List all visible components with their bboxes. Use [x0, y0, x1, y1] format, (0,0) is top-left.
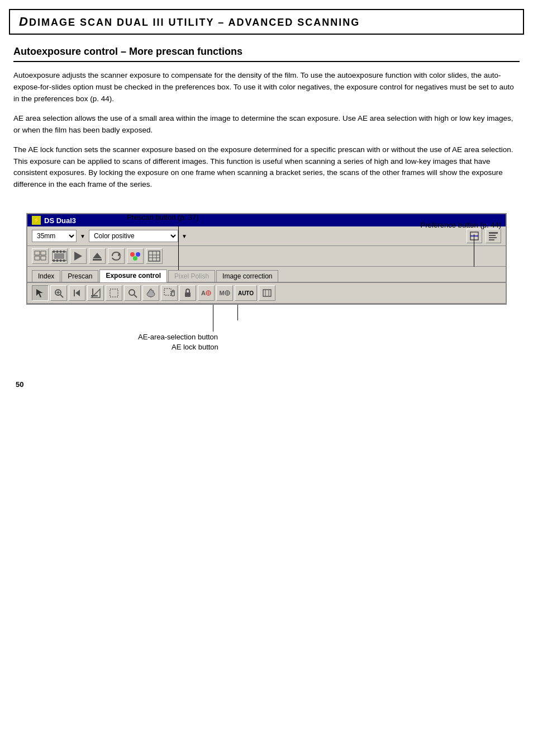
- tab-exposure-control[interactable]: Exposure control: [99, 270, 167, 282]
- ae-lock-line: [237, 305, 238, 320]
- preference-icon-button[interactable]: [486, 229, 501, 243]
- rotate-icon: [110, 251, 122, 262]
- lock-icon: [183, 288, 193, 298]
- page-title: DDIMAGE SCAN DUAL III UTILITY – ADVANCED…: [19, 15, 360, 29]
- svg-rect-15: [53, 259, 55, 262]
- crop-icon: [91, 288, 101, 298]
- annotation-preference: Preference button (p. 44): [420, 221, 501, 229]
- arrow-tool[interactable]: [32, 285, 49, 301]
- auto-button[interactable]: AUTO: [235, 285, 257, 301]
- svg-rect-17: [60, 259, 61, 262]
- svg-rect-27: [149, 251, 160, 261]
- svg-rect-46: [172, 292, 174, 296]
- prescan-annotation-line: [178, 225, 179, 270]
- svg-rect-13: [60, 251, 61, 253]
- manual-m-icon: [225, 290, 230, 296]
- color-mode-arrow: ▼: [182, 233, 187, 239]
- index-icon: [34, 251, 46, 262]
- section-title: Autoexposure control – More prescan func…: [13, 46, 520, 62]
- prescan-icon: [72, 251, 84, 262]
- main-content: Autoexposure control – More prescan func…: [0, 35, 533, 377]
- first-frame-button[interactable]: [69, 285, 85, 301]
- film-type-arrow: ▼: [80, 233, 85, 239]
- pan-tool[interactable]: [142, 285, 159, 301]
- tab-index[interactable]: Index: [32, 270, 60, 282]
- ae-lock-label: AE lock button: [172, 343, 218, 351]
- filmstrip-icon: [52, 251, 66, 262]
- color-dots-icon: [129, 251, 141, 262]
- page-number: 50: [16, 380, 23, 389]
- zoom-in-icon: [54, 288, 64, 298]
- crop-tool[interactable]: [87, 285, 104, 301]
- scanner-toolbar-row1: 35mm ▼ Color positive ▼: [27, 226, 506, 246]
- ae-area-label: AE-area-selection button: [138, 333, 218, 341]
- grid-button[interactable]: [146, 248, 163, 264]
- arrow-icon: [35, 288, 45, 298]
- svg-rect-11: [53, 251, 55, 253]
- svg-rect-5: [489, 239, 494, 240]
- paragraph-3: The AE lock function sets the scanner ex…: [13, 144, 520, 191]
- svg-rect-19: [54, 253, 64, 259]
- svg-point-24: [130, 252, 135, 257]
- ae-lock-button[interactable]: [179, 285, 196, 301]
- scanner-title: DS Dual3: [44, 216, 76, 225]
- filmstrip-button[interactable]: [51, 248, 68, 264]
- scanner-toolbar-row2: [27, 246, 506, 267]
- svg-point-43: [129, 290, 135, 295]
- svg-rect-22: [93, 259, 102, 261]
- grid-icon: [148, 251, 160, 262]
- svg-rect-45: [164, 289, 171, 295]
- film-type-select[interactable]: 35mm: [32, 230, 77, 242]
- paragraph-2: AE area selection allows the use of a sm…: [13, 113, 520, 136]
- scanner-app-icon: ⚡: [32, 216, 41, 225]
- eject-icon: [91, 251, 103, 262]
- preference-icon: [488, 231, 498, 241]
- svg-rect-9: [41, 256, 46, 260]
- ae-area-selection-button[interactable]: [161, 285, 178, 301]
- auto-setting-a-button[interactable]: A: [198, 285, 215, 301]
- magnify-icon: [127, 288, 137, 298]
- svg-rect-3: [489, 235, 496, 236]
- hand-icon: [146, 288, 156, 298]
- auto-a-icon: [206, 290, 211, 296]
- manual-setting-m-button[interactable]: M: [216, 285, 233, 301]
- annotation-prescan: Prescan button (p. 37): [127, 213, 199, 221]
- page-header: DDIMAGE SCAN DUAL III UTILITY – ADVANCED…: [9, 9, 524, 35]
- svg-marker-20: [74, 252, 82, 261]
- index-view-button[interactable]: [32, 248, 49, 264]
- auto-label: AUTO: [238, 290, 254, 296]
- svg-rect-6: [35, 251, 40, 255]
- tab-pixel-polish[interactable]: Pixel Polish: [168, 270, 215, 282]
- svg-rect-38: [74, 290, 75, 296]
- tab-prescan[interactable]: Prescan: [61, 270, 98, 282]
- svg-rect-16: [56, 259, 58, 262]
- eject-button[interactable]: [89, 248, 106, 264]
- scanner-tabs: Index Prescan Exposure control Pixel Pol…: [27, 267, 506, 283]
- magnify-tool[interactable]: [124, 285, 141, 301]
- ae-area-icon: [163, 287, 175, 299]
- zoom-in-tool[interactable]: [50, 285, 67, 301]
- marquee-tool[interactable]: [106, 285, 122, 301]
- scan-icon: [469, 231, 479, 241]
- tab-image-correction[interactable]: Image correction: [216, 270, 278, 282]
- scanner-diagram: Prescan button (p. 37) Preference button…: [26, 213, 507, 349]
- below-annotations: AE-area-selection button AE lock button: [26, 305, 507, 349]
- svg-rect-18: [63, 259, 65, 262]
- scan-icon-button[interactable]: [467, 229, 482, 243]
- preference-annotation-line: [474, 234, 474, 267]
- svg-line-44: [134, 295, 137, 297]
- svg-rect-2: [489, 232, 498, 234]
- paragraph-1: Autoexposure adjusts the scanner exposur…: [13, 70, 520, 105]
- color-mode-button[interactable]: [127, 248, 144, 264]
- rotate-button[interactable]: [108, 248, 125, 264]
- scanner-tools-row: A M: [27, 283, 506, 304]
- svg-marker-37: [75, 290, 80, 296]
- svg-rect-7: [41, 251, 46, 255]
- svg-rect-8: [35, 256, 40, 260]
- extra-tool-button[interactable]: [259, 285, 275, 301]
- prescan-button[interactable]: [70, 248, 87, 264]
- color-mode-select[interactable]: Color positive: [89, 230, 178, 242]
- svg-marker-21: [93, 253, 102, 258]
- svg-rect-47: [185, 292, 191, 297]
- svg-line-34: [60, 295, 63, 297]
